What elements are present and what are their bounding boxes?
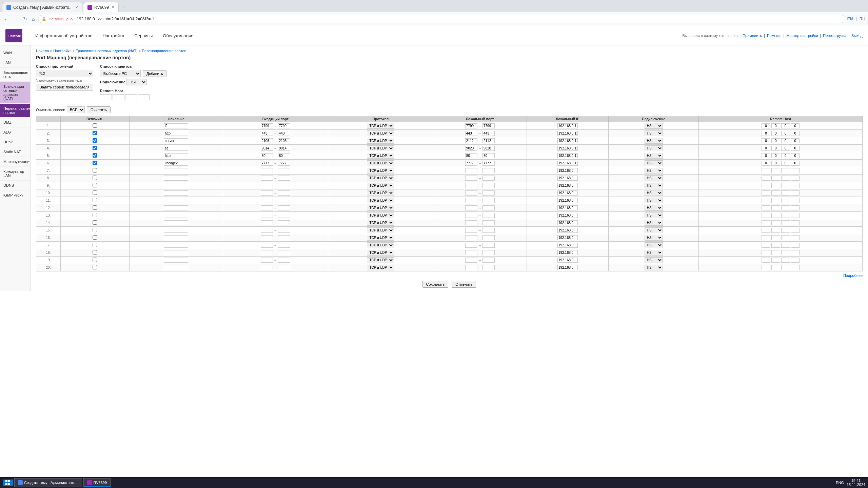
cell-local-ip-19[interactable] xyxy=(527,264,608,271)
cell-check-0[interactable] xyxy=(61,122,130,130)
cell-conn-19[interactable]: HSI xyxy=(609,264,699,271)
conn-select-3[interactable]: HSI xyxy=(645,145,663,151)
cell-remote-17[interactable] xyxy=(699,249,863,257)
breadcrumb-nat[interactable]: Трансляция сетевых адресов (NAT) xyxy=(76,49,138,53)
cell-in-port-10[interactable]: – xyxy=(223,197,328,204)
cell-desc-6[interactable] xyxy=(129,167,223,175)
rh3-11[interactable] xyxy=(781,205,790,210)
rh1-10[interactable] xyxy=(762,198,770,203)
sidebar-item-wireless[interactable]: Беспроводная сеть xyxy=(0,68,30,82)
rh2-13[interactable] xyxy=(771,220,780,225)
rh4-1[interactable] xyxy=(791,131,800,136)
tab-2-close[interactable]: ✕ xyxy=(112,5,114,9)
port-from-16[interactable] xyxy=(261,243,273,248)
checkbox-9[interactable] xyxy=(93,190,97,195)
local-from-16[interactable] xyxy=(465,243,477,248)
rh2-8[interactable] xyxy=(771,183,780,188)
cell-in-port-15[interactable]: – xyxy=(223,234,328,242)
sidebar-item-lan[interactable]: LAN xyxy=(0,58,30,68)
local-from-1[interactable] xyxy=(465,131,477,136)
desc-input-5[interactable] xyxy=(164,161,188,166)
rh3-5[interactable] xyxy=(781,161,790,166)
cell-desc-12[interactable] xyxy=(129,212,223,219)
rh2-0[interactable] xyxy=(771,123,780,128)
rh4-12[interactable] xyxy=(791,213,800,218)
lang-en[interactable]: EN xyxy=(847,17,853,21)
sidebar-item-nat[interactable]: Трансляция сетевых адресов (NAT) xyxy=(0,82,30,104)
cell-desc-19[interactable] xyxy=(129,264,223,271)
cell-local-ip-6[interactable] xyxy=(527,167,608,175)
conn-select-9[interactable]: HSI xyxy=(645,190,663,196)
rh3-7[interactable] xyxy=(781,176,790,181)
cell-desc-16[interactable] xyxy=(129,242,223,249)
desc-input-6[interactable] xyxy=(164,168,188,173)
sidebar-item-routing[interactable]: Маршрутизация xyxy=(0,157,30,167)
cell-local-port-18[interactable]: – xyxy=(433,257,527,264)
cell-desc-14[interactable] xyxy=(129,227,223,234)
lang-ru[interactable]: RU xyxy=(860,17,865,21)
rh4-15[interactable] xyxy=(791,235,800,240)
cell-local-port-11[interactable]: – xyxy=(433,204,527,212)
local-from-4[interactable] xyxy=(465,153,477,158)
cell-in-port-16[interactable]: – xyxy=(223,242,328,249)
local-to-6[interactable] xyxy=(482,168,495,173)
rh1-14[interactable] xyxy=(762,228,770,233)
checkbox-14[interactable] xyxy=(93,228,97,232)
local-ip-17[interactable] xyxy=(557,250,578,255)
cell-in-port-8[interactable]: – xyxy=(223,182,328,189)
cell-remote-3[interactable] xyxy=(699,145,863,152)
rh4-4[interactable] xyxy=(791,153,800,158)
cell-proto-3[interactable]: TCP и UDP TCP UDP xyxy=(328,145,433,152)
cell-conn-16[interactable]: HSI xyxy=(609,242,699,249)
proto-select-10[interactable]: TCP и UDP TCP UDP xyxy=(367,198,394,203)
rh1-8[interactable] xyxy=(762,183,770,188)
cell-remote-10[interactable] xyxy=(699,197,863,204)
cell-conn-8[interactable]: HSI xyxy=(609,182,699,189)
nav-maintenance[interactable]: Обслуживание xyxy=(163,32,193,40)
cell-conn-12[interactable]: HSI xyxy=(609,212,699,219)
cell-remote-18[interactable] xyxy=(699,257,863,264)
cell-conn-3[interactable]: HSI xyxy=(609,145,699,152)
cell-conn-13[interactable]: HSI xyxy=(609,219,699,227)
cell-check-11[interactable] xyxy=(61,204,130,212)
local-to-1[interactable] xyxy=(482,131,495,136)
port-to-14[interactable] xyxy=(278,228,290,233)
local-from-19[interactable] xyxy=(465,265,477,270)
rh4-6[interactable] xyxy=(791,168,800,173)
local-from-0[interactable] xyxy=(465,123,477,128)
sidebar-item-ddns[interactable]: DDNS xyxy=(0,181,30,190)
proto-select-17[interactable]: TCP и UDP TCP UDP xyxy=(367,250,394,256)
cell-check-12[interactable] xyxy=(61,212,130,219)
rh4-18[interactable] xyxy=(791,258,800,263)
rh3-0[interactable] xyxy=(781,123,790,128)
rh4-3[interactable] xyxy=(791,146,800,151)
cell-remote-11[interactable] xyxy=(699,204,863,212)
cell-local-ip-18[interactable] xyxy=(527,257,608,264)
port-to-6[interactable] xyxy=(278,168,290,173)
local-from-18[interactable] xyxy=(465,258,477,263)
cell-desc-15[interactable] xyxy=(129,234,223,242)
cell-conn-11[interactable]: HSI xyxy=(609,204,699,212)
address-input-wrapper[interactable]: 🔓 Не защищено 192.168.0.1/vs.htm?i0=1&i1… xyxy=(38,15,845,23)
desc-input-14[interactable] xyxy=(164,228,188,233)
conn-select-19[interactable]: HSI xyxy=(645,265,663,270)
cell-check-4[interactable] xyxy=(61,152,130,160)
cell-conn-4[interactable]: HSI xyxy=(609,152,699,160)
local-to-3[interactable] xyxy=(482,146,495,151)
cell-local-port-0[interactable]: – xyxy=(433,122,527,130)
nav-device-info[interactable]: Информация об устройстве xyxy=(35,32,92,40)
cell-remote-6[interactable] xyxy=(699,167,863,175)
local-to-13[interactable] xyxy=(482,220,495,225)
desc-input-1[interactable] xyxy=(164,131,188,136)
cell-conn-17[interactable]: HSI xyxy=(609,249,699,257)
rh2-7[interactable] xyxy=(771,176,780,181)
conn-select-0[interactable]: HSI xyxy=(645,123,663,129)
cell-local-port-12[interactable]: – xyxy=(433,212,527,219)
cell-local-ip-12[interactable] xyxy=(527,212,608,219)
cell-in-port-11[interactable]: – xyxy=(223,204,328,212)
conn-select-12[interactable]: HSI xyxy=(645,212,663,218)
local-from-17[interactable] xyxy=(465,250,477,255)
port-to-8[interactable] xyxy=(278,183,290,188)
cell-in-port-13[interactable]: – xyxy=(223,219,328,227)
desc-input-7[interactable] xyxy=(164,176,188,181)
